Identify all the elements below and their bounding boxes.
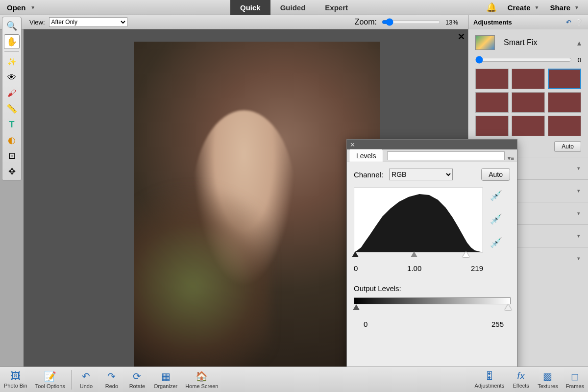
rotate-button[interactable]: ⟳Rotate <box>124 370 150 389</box>
levels-tab[interactable]: Levels <box>349 149 383 162</box>
output-white-value: 255 <box>434 320 511 328</box>
zoom-label: Zoom: <box>355 18 377 26</box>
text-tool[interactable]: T <box>4 117 20 132</box>
photo-preview[interactable] <box>134 42 380 367</box>
straighten-tool[interactable]: 📏 <box>4 101 20 116</box>
white-eyedropper-icon[interactable]: 💉 <box>490 237 503 249</box>
move-tool[interactable]: ✥ <box>4 164 20 179</box>
output-black-slider[interactable] <box>353 304 360 310</box>
home-icon: 🏠 <box>196 370 208 382</box>
levels-auto-button[interactable]: Auto <box>481 168 510 181</box>
levels-dialog[interactable]: ✕ Levels ▾≡ Channel: RGB Auto <box>346 139 517 391</box>
whiten-teeth-tool[interactable]: 🖌 <box>4 86 20 100</box>
effects-tab-button[interactable]: fxEffects <box>508 370 534 389</box>
dropdown-icon: ▼ <box>534 5 539 10</box>
photobin-button[interactable]: 🖼Photo Bin <box>0 370 31 389</box>
left-toolbar: 🔍 ✋ ✨ 👁 🖌 📏 T ◐ ⊡ ✥ <box>2 17 22 181</box>
smartfix-icon <box>475 35 495 50</box>
redo-button[interactable]: ↷Redo <box>99 370 124 389</box>
tab-quick[interactable]: Quick <box>230 0 270 15</box>
organizer-icon: ▦ <box>161 370 171 382</box>
undo-icon: ↶ <box>82 370 90 382</box>
help-icon[interactable]: ❔ <box>575 19 583 26</box>
input-white-value: 219 <box>471 264 483 272</box>
preset-thumb[interactable] <box>512 92 545 113</box>
frames-tab-button[interactable]: ◻Frames <box>562 370 588 389</box>
redo-icon: ↷ <box>107 370 116 382</box>
levels-preset-select[interactable] <box>387 151 505 160</box>
preset-thumb[interactable] <box>548 92 581 113</box>
open-menu[interactable]: Open ▼ <box>7 3 35 12</box>
adjustments-tab-button[interactable]: 🎛Adjustments <box>471 370 509 389</box>
chevron-down-icon: ▾ <box>577 255 580 262</box>
zoom-tool[interactable]: 🔍 <box>4 19 20 33</box>
zoom-percent: 13% <box>445 19 458 26</box>
chevron-down-icon: ▾ <box>577 210 580 217</box>
output-gradient <box>354 297 511 304</box>
channel-label: Channel: <box>354 171 383 179</box>
input-white-slider[interactable] <box>463 251 469 257</box>
eye-tool[interactable]: 👁 <box>4 70 20 85</box>
smartfix-title: Smart Fix <box>504 38 537 47</box>
notifications-icon[interactable]: 🔔 <box>486 2 497 13</box>
gray-eyedropper-icon[interactable]: 💉 <box>490 213 503 226</box>
open-label: Open <box>7 3 25 12</box>
share-menu[interactable]: Share▼ <box>550 3 579 12</box>
smartfix-section: Smart Fix ▴ 0 Auto <box>468 29 588 157</box>
view-select[interactable]: After Only <box>49 17 127 27</box>
close-icon[interactable]: ✕ <box>350 141 355 148</box>
panel-menu-icon[interactable]: ▾≡ <box>508 155 514 162</box>
output-levels-label: Output Levels: <box>354 284 510 293</box>
preset-thumb[interactable] <box>475 92 509 113</box>
zoom-slider[interactable] <box>382 18 441 26</box>
output-white-slider[interactable] <box>505 304 512 310</box>
black-eyedropper-icon[interactable]: 💉 <box>490 190 503 202</box>
view-label: View: <box>29 19 45 26</box>
levels-titlebar[interactable]: ✕ <box>347 140 517 149</box>
smartfix-slider[interactable] <box>475 56 572 64</box>
tab-expert[interactable]: Expert <box>315 0 358 15</box>
separator <box>4 51 19 52</box>
reset-icon[interactable]: ↶ <box>566 19 571 26</box>
homescreen-button[interactable]: 🏠Home Screen <box>181 370 222 389</box>
input-sliders <box>354 251 483 259</box>
collapse-icon[interactable]: ▴ <box>577 38 581 48</box>
histogram <box>354 188 483 252</box>
adjustments-title: Adjustments <box>473 19 512 26</box>
chevron-down-icon: ▾ <box>577 165 580 172</box>
top-menubar: Open ▼ Quick Guided Expert 🔔 Create▼ Sha… <box>0 0 588 15</box>
separator <box>71 370 72 390</box>
output-black-value: 0 <box>354 320 434 328</box>
organizer-button[interactable]: ▦Organizer <box>150 370 181 389</box>
zoom-controls: Zoom: 13% <box>355 18 458 26</box>
smartfix-value: 0 <box>578 56 581 64</box>
tooloptions-button[interactable]: 📝Tool Options <box>31 370 69 389</box>
mode-tabs: Quick Guided Expert <box>230 0 358 15</box>
textures-tab-button[interactable]: ▩Textures <box>534 370 562 389</box>
preset-thumb[interactable] <box>475 116 509 136</box>
preset-thumb[interactable] <box>548 69 581 89</box>
bottom-bar: 🖼Photo Bin 📝Tool Options ↶Undo ↷Redo ⟳Ro… <box>0 367 588 392</box>
input-black-slider[interactable] <box>352 251 359 257</box>
preset-thumb[interactable] <box>512 69 545 89</box>
hand-tool[interactable]: ✋ <box>4 34 20 49</box>
quick-select-tool[interactable]: ✨ <box>4 54 20 69</box>
channel-select[interactable]: RGB <box>389 169 453 180</box>
input-gamma-slider[interactable] <box>411 251 417 257</box>
preset-thumb[interactable] <box>548 116 581 136</box>
frames-icon: ◻ <box>571 370 579 382</box>
effects-icon: fx <box>517 370 525 382</box>
input-black-value: 0 <box>354 264 358 272</box>
undo-button[interactable]: ↶Undo <box>74 370 99 389</box>
smartfix-auto-button[interactable]: Auto <box>554 141 581 152</box>
preset-thumb[interactable] <box>475 69 509 89</box>
rotate-icon: ⟳ <box>133 370 141 382</box>
chevron-down-icon: ▾ <box>577 233 580 239</box>
close-document-icon[interactable]: ✕ <box>458 31 465 42</box>
tab-guided[interactable]: Guided <box>270 0 316 15</box>
crop-tool[interactable]: ⊡ <box>4 148 20 163</box>
output-sliders <box>354 304 511 312</box>
spot-heal-tool[interactable]: ◐ <box>4 133 20 147</box>
create-menu[interactable]: Create▼ <box>508 3 539 12</box>
preset-thumb[interactable] <box>512 116 545 136</box>
